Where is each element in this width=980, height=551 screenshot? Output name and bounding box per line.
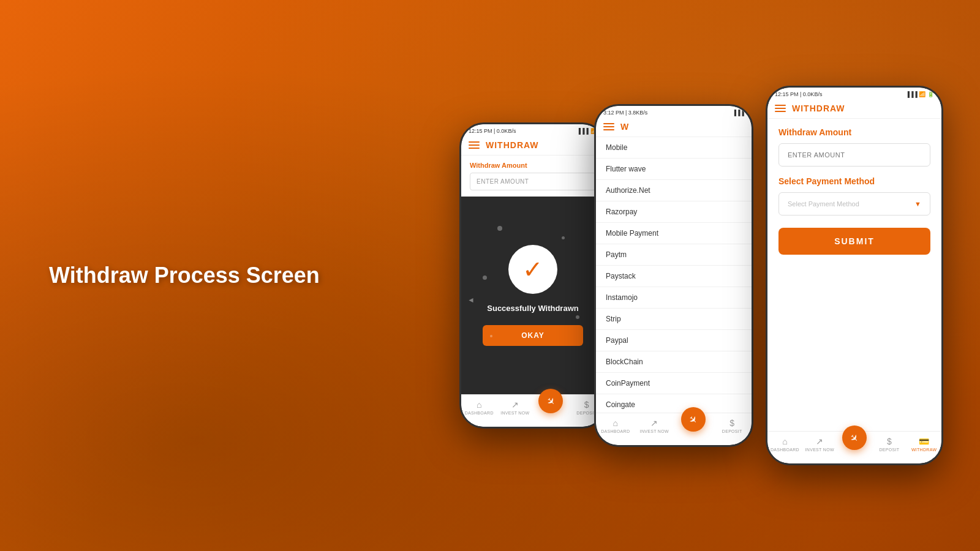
- list-item[interactable]: Flutter wave: [596, 159, 752, 180]
- list-item[interactable]: Authorize.Net: [596, 180, 752, 201]
- right-nav-dashboard-label: DASHBOARD: [771, 448, 799, 452]
- list-item[interactable]: Paytm: [596, 244, 752, 266]
- deposit-icon: $: [729, 418, 734, 428]
- middle-status-bar: 3:12 PM | 3.8KB/s ▐▐▐: [596, 106, 752, 117]
- list-item[interactable]: Strip: [596, 309, 752, 330]
- right-nav-invest[interactable]: ↗ INVEST NOW: [802, 437, 837, 461]
- home-icon: ⌂: [477, 400, 481, 410]
- left-status-time: 12:15 PM | 0.0KB/s: [469, 128, 516, 134]
- success-circle: ✓: [508, 245, 557, 294]
- right-amount-input[interactable]: [778, 143, 930, 167]
- send-circle: ✈: [842, 425, 867, 450]
- left-nav-dashboard-label: DASHBOARD: [465, 411, 494, 415]
- invest-icon: ↗: [511, 400, 519, 410]
- middle-screen: 3:12 PM | 3.8KB/s ▐▐▐ W Mobile Flutter w…: [596, 106, 752, 445]
- left-app-header: WITHDRAW: [461, 135, 605, 156]
- payment-methods-list: Mobile Flutter wave Authorize.Net Razorp…: [596, 137, 752, 413]
- send-icon: ✈: [686, 413, 700, 427]
- left-amount-input[interactable]: ENTER AMOUNT: [470, 173, 596, 190]
- left-app-title: WITHDRAW: [486, 140, 539, 150]
- right-nav-deposit[interactable]: $ DEPOSIT: [872, 437, 907, 461]
- invest-icon: ↗: [816, 437, 823, 446]
- list-item[interactable]: Razorpay: [596, 201, 752, 223]
- deposit-icon: $: [887, 437, 892, 446]
- hamburger-icon-middle[interactable]: [603, 123, 614, 130]
- middle-nav-send[interactable]: ✈: [674, 407, 713, 432]
- right-nav-withdraw[interactable]: 💳 WITHDRAW: [907, 437, 941, 461]
- left-bottom-nav: ⌂ DASHBOARD ↗ INVEST NOW ✈ $ DEPOSIT: [461, 394, 605, 427]
- right-bottom-nav: ⌂ DASHBOARD ↗ INVEST NOW ✈ $ DEPOSIT: [767, 431, 941, 463]
- phones-container: 12:15 PM | 0.0KB/s ▐▐▐ 📶 WITHDRAW Withdr…: [459, 86, 943, 465]
- middle-nav-deposit-label: DEPOSIT: [722, 429, 742, 433]
- left-nav-invest-label: INVEST NOW: [500, 411, 529, 415]
- right-nav-invest-label: INVEST NOW: [805, 448, 834, 452]
- left-withdraw-section: Withdraw Amount ENTER AMOUNT: [461, 156, 605, 197]
- hamburger-icon-left[interactable]: [469, 141, 480, 149]
- right-form-content: Withdraw Amount Select Payment Method Se…: [767, 119, 941, 431]
- phone-middle: 3:12 PM | 3.8KB/s ▐▐▐ W Mobile Flutter w…: [594, 104, 753, 447]
- deposit-icon: $: [584, 400, 589, 410]
- middle-nav-invest-label: INVEST NOW: [640, 429, 669, 433]
- home-icon: ⌂: [782, 437, 787, 446]
- phone-right: 12:15 PM | 0.0KB/s ▐▐▐ 📶 🔋 WITHDRAW With…: [766, 86, 943, 465]
- list-item[interactable]: Paystack: [596, 266, 752, 287]
- success-message: Successfully Withdrawn: [487, 304, 578, 313]
- left-status-bar: 12:15 PM | 0.0KB/s ▐▐▐ 📶: [461, 124, 605, 135]
- list-item[interactable]: Mobile Payment: [596, 223, 752, 244]
- left-nav-dashboard[interactable]: ⌂ DASHBOARD: [461, 400, 497, 424]
- middle-app-header: W: [596, 117, 752, 137]
- send-icon: ✈: [544, 394, 558, 408]
- right-nav-withdraw-label: WITHDRAW: [911, 448, 937, 452]
- right-payment-dropdown[interactable]: Select Payment Method ▼: [778, 192, 930, 216]
- list-item[interactable]: BlockChain: [596, 351, 752, 373]
- checkmark-icon: ✓: [522, 257, 543, 282]
- home-icon: ⌂: [613, 418, 618, 428]
- middle-status-time: 3:12 PM | 3.8KB/s: [603, 110, 647, 116]
- arrow-left-icon: ◄: [467, 296, 475, 304]
- list-item[interactable]: Mobile: [596, 137, 752, 159]
- middle-app-title: W: [620, 122, 629, 132]
- list-item[interactable]: CoinPayment: [596, 373, 752, 394]
- right-status-icons: ▐▐▐ 📶 🔋: [906, 91, 934, 97]
- right-payment-label: Select Payment Method: [778, 176, 930, 186]
- phone-left: 12:15 PM | 0.0KB/s ▐▐▐ 📶 WITHDRAW Withdr…: [459, 122, 606, 429]
- middle-status-icons: ▐▐▐: [733, 110, 744, 116]
- send-icon: ✈: [848, 431, 862, 445]
- middle-nav-invest[interactable]: ↗ INVEST NOW: [635, 418, 674, 443]
- right-screen: 12:15 PM | 0.0KB/s ▐▐▐ 📶 🔋 WITHDRAW With…: [767, 88, 941, 463]
- right-nav-send[interactable]: ✈: [837, 425, 872, 450]
- send-circle: ✈: [681, 407, 706, 432]
- right-status-bar: 12:15 PM | 0.0KB/s ▐▐▐ 📶 🔋: [767, 88, 941, 99]
- chevron-down-icon: ▼: [914, 200, 921, 208]
- right-nav-deposit-label: DEPOSIT: [879, 448, 899, 452]
- right-status-time: 12:15 PM | 0.0KB/s: [775, 91, 822, 97]
- right-app-title: WITHDRAW: [792, 103, 845, 113]
- right-payment-placeholder: Select Payment Method: [788, 200, 859, 208]
- middle-bottom-nav: ⌂ DASHBOARD ↗ INVEST NOW ✈ $ DEPOSIT: [596, 413, 752, 445]
- send-circle: ✈: [538, 389, 563, 413]
- right-withdraw-label: Withdraw Amount: [778, 127, 930, 137]
- left-nav-send[interactable]: ✈: [533, 389, 569, 413]
- list-item[interactable]: Paypal: [596, 330, 752, 351]
- invest-icon: ↗: [650, 418, 658, 428]
- middle-nav-deposit[interactable]: $ DEPOSIT: [713, 418, 752, 443]
- middle-nav-dashboard-label: DASHBOARD: [601, 429, 630, 433]
- hamburger-icon-right[interactable]: [775, 105, 786, 112]
- withdraw-icon: 💳: [919, 437, 929, 446]
- right-nav-dashboard[interactable]: ⌂ DASHBOARD: [767, 437, 802, 461]
- submit-button[interactable]: SUBMIT: [778, 228, 930, 255]
- okay-button[interactable]: OKAY: [483, 325, 584, 346]
- middle-nav-dashboard[interactable]: ⌂ DASHBOARD: [596, 418, 635, 443]
- list-item[interactable]: Instamojo: [596, 287, 752, 309]
- left-nav-invest[interactable]: ↗ INVEST NOW: [497, 400, 533, 424]
- success-overlay: ◄ ✓ Successfully Withdrawn OKAY: [461, 197, 605, 394]
- left-withdraw-label: Withdraw Amount: [470, 162, 596, 169]
- page-title: Withdraw Process Screen: [49, 261, 320, 290]
- right-app-header: WITHDRAW: [767, 99, 941, 119]
- left-screen: 12:15 PM | 0.0KB/s ▐▐▐ 📶 WITHDRAW Withdr…: [461, 124, 605, 427]
